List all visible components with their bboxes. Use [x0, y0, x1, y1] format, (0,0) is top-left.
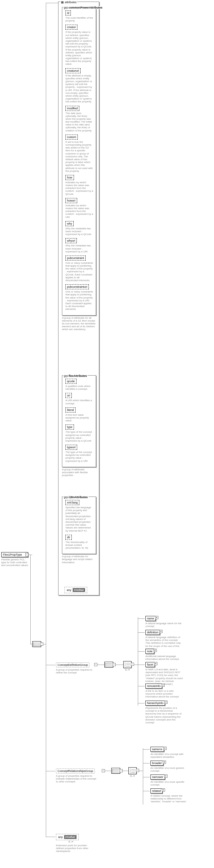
group-flex: grp flexAttributes qcodeA qualified code… [62, 375, 96, 467]
attr-xmllang: xml:lang [65, 500, 79, 505]
attr-howuri: howuri [65, 198, 77, 203]
element-narrower-toggle[interactable]: + [164, 775, 167, 778]
element-hierarchyInfo-toggle[interactable]: + [164, 701, 167, 704]
attributes-label: attributes [64, 1, 77, 4]
element-definition-desc: A natural language definition of the sem… [145, 636, 183, 650]
root-type: Flex1PropType [1, 552, 28, 557]
attr-qcode-desc: A qualified code which identifies a conc… [65, 385, 93, 391]
attr-typeuri-desc: The type of the concept assigned as cont… [65, 451, 93, 462]
group-common-power: grp commonPowerAttributes idThe local id… [62, 7, 96, 315]
any-other-label: ##other [73, 588, 85, 592]
concept-definition-group: ConceptDefinitionGroup [56, 662, 89, 668]
attr-uri-desc: A URI which identifies a concept. [65, 399, 93, 405]
concept-def-name: ConceptDefinitionGroup [58, 663, 88, 666]
attr-how-desc: Indicates by which means the value was e… [65, 181, 93, 195]
concept-def-toggle[interactable]: - [94, 663, 97, 666]
attr-pubconstrainturi-desc: One or many constraints that apply to pu… [65, 290, 93, 310]
element-sameAs-toggle[interactable]: + [163, 747, 166, 750]
concept-def-seq [104, 662, 113, 668]
attr-id-desc: The local identifier of the property. [65, 17, 93, 22]
element-remoteInfo-toggle[interactable]: + [161, 684, 165, 687]
group-i18n: grp i18nAttributes xml:langSpecifies the… [62, 497, 96, 554]
attr-why: why [65, 221, 74, 226]
element-narrower-desc: An identifier of a more specific concept… [150, 780, 188, 786]
attr-whyuri-desc: Why the metadata has been included - exp… [65, 244, 93, 253]
root-seq-toggle[interactable]: - [40, 643, 43, 646]
concept-def-choice [123, 661, 131, 668]
element-name: name [145, 616, 156, 621]
group-prefix: grp [64, 374, 68, 377]
element-facet: facet [145, 662, 155, 667]
concept-def-card: 0..∞ [125, 669, 130, 671]
ext-any-prefix: any [58, 835, 63, 839]
element-name-toggle[interactable]: + [155, 616, 158, 619]
element-hierarchyInfo: hierarchyInfo [145, 701, 165, 706]
concept-rel-seq-toggle[interactable]: - [120, 769, 123, 772]
root-seq [32, 641, 41, 647]
concept-rel-desc: A group of properties required to indica… [56, 775, 97, 783]
group-prefix: grp [64, 496, 68, 499]
attr-type: type [65, 425, 74, 430]
attr-why-desc: Why the metadata has been included - exp… [65, 227, 93, 236]
attr-modified: modified [65, 106, 79, 111]
attr-creator-desc: If the property value is not defined, sp… [65, 31, 93, 65]
attr-custom-desc: If set to true the corresponding propert… [65, 141, 93, 173]
attr-pubconstraint-desc: One or many constraints that apply to pu… [65, 261, 93, 282]
element-related: related [150, 788, 162, 794]
ext-any-label: ##other [64, 835, 77, 839]
element-broader-desc: An identifier of a more generic concept. [150, 767, 188, 772]
element-sameAs-desc: An identifier of a concept with equivale… [150, 753, 188, 758]
attr-uri: uri [65, 393, 72, 398]
element-facet-toggle[interactable]: + [154, 662, 157, 665]
attr-typeuri: typeuri [65, 445, 77, 450]
concept-rel-seq [111, 768, 120, 774]
element-note: note [145, 649, 154, 654]
concept-rel-name: ConceptRelationshipsGroup [58, 770, 93, 773]
attr-id: id [65, 10, 71, 16]
attr-dir: dir [65, 535, 72, 540]
element-facet-desc: In NAR 1.8 and later, facet is deprecate… [145, 668, 183, 685]
attr-creatoruri-desc: If the attribute is empty, specifies whi… [65, 74, 93, 103]
attr-creatoruri: creatoruri [65, 68, 81, 73]
root-desc: Flexible generic PCL-type for both contr… [1, 558, 28, 567]
attr-dir-desc: The directionality of textual content (e… [65, 541, 93, 550]
group-prefix: grp [64, 6, 68, 9]
element-definition: definition [145, 630, 160, 635]
root-label: Flex1PropType [3, 553, 22, 556]
attr-custom: custom [65, 134, 78, 140]
element-note-desc: Additional natural language information … [145, 655, 183, 660]
element-broader: broader [150, 761, 163, 766]
element-related-toggle[interactable]: + [162, 788, 165, 792]
attr-howuri-desc: Indicates by which means the value was e… [65, 204, 93, 219]
any-other-attr: any ##other [64, 587, 87, 593]
attr-creator: creator [65, 25, 78, 30]
concept-rel-card: 0..∞ [130, 775, 135, 777]
element-related-desc: A related concept, where the relationshi… [150, 795, 188, 803]
element-broader-toggle[interactable]: + [163, 761, 166, 764]
element-note-toggle[interactable]: + [154, 649, 157, 652]
group-i18n-name: i18nAttributes [68, 496, 89, 499]
concept-rel-toggle[interactable]: - [102, 769, 105, 772]
concept-def-choice-toggle[interactable]: - [131, 663, 134, 666]
attr-pubconstraint: pubconstraint [65, 255, 86, 260]
any-other-element: any ##other [56, 834, 79, 840]
element-narrower: narrower [150, 775, 165, 780]
concept-def-seq-toggle[interactable]: - [113, 663, 116, 666]
element-remoteInfo-desc: A link to an item or a web resource whic… [145, 689, 183, 699]
attr-qcode: qcode [65, 379, 77, 384]
concept-rel-choice-toggle[interactable]: - [136, 769, 139, 772]
group-flex-desc: A group of attributes associated with fl… [62, 468, 96, 477]
attr-literal: literal [65, 407, 75, 412]
attr-literal-desc: A free-text value assigned as property v… [65, 413, 93, 422]
element-name-desc: A natural language name for the concept. [145, 622, 183, 628]
root-toggle[interactable]: - [25, 553, 28, 556]
attr-how: how [65, 175, 74, 180]
group-common-desc: A group of attributes for all elements o… [62, 316, 96, 331]
any-prefix: any [67, 588, 71, 592]
element-definition-toggle[interactable]: + [159, 630, 162, 633]
element-hierarchyInfo-desc: Represents the position of a concept in … [145, 707, 183, 724]
attr-whyuri: whyuri [65, 238, 77, 243]
ext-any-desc: Extension point for provider-defined pro… [56, 844, 91, 853]
concept-relationships-group: ConceptRelationshipsGroup [56, 769, 95, 774]
attr-modified-desc: The date (and, optionally, the time) whe… [65, 112, 93, 132]
